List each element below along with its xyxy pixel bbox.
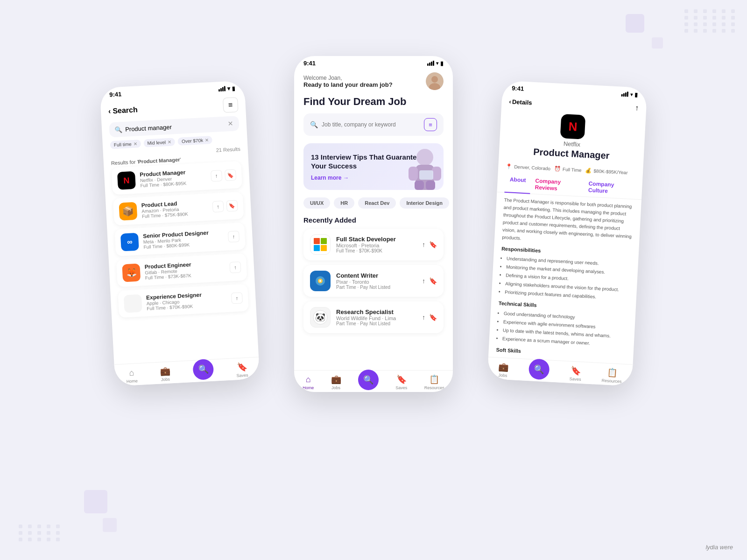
welcome-text-block: Welcome Joan, Ready to land your dream j… bbox=[303, 75, 393, 88]
status-time-right: 9:41 bbox=[512, 84, 524, 92]
share-button[interactable]: ↑ bbox=[422, 241, 425, 248]
company-logo-netflix: N bbox=[117, 171, 136, 190]
share-button[interactable]: ↑ bbox=[422, 314, 425, 321]
search-nav-button[interactable]: 🔍 bbox=[192, 359, 214, 380]
job-title: Content Writer bbox=[336, 272, 416, 279]
money-icon: 💰 bbox=[585, 168, 592, 174]
responsibilities-list: Understanding and representing user need… bbox=[499, 255, 631, 302]
save-button[interactable]: 🔖 bbox=[429, 314, 437, 321]
svg-text:🐼: 🐼 bbox=[315, 312, 326, 322]
tab-culture[interactable]: Company Culture bbox=[583, 177, 635, 200]
list-item[interactable]: 🐼 Research Specialist World Wildlife Fun… bbox=[303, 301, 444, 333]
job-company: Microsoft · Pretoria bbox=[336, 243, 416, 248]
job-actions: ↑ 🔖 bbox=[212, 200, 238, 212]
nav-saves[interactable]: 🔖 Saves bbox=[395, 374, 407, 390]
salary-badge: 💰 $80K-$95K/Year bbox=[585, 168, 628, 176]
search-title: Search bbox=[113, 105, 138, 115]
share-button[interactable]: ↑ bbox=[228, 231, 240, 242]
chevron-left-icon: ‹ bbox=[509, 98, 511, 105]
category-reactdev[interactable]: React Dev bbox=[358, 197, 396, 209]
nav-search[interactable]: 🔍 bbox=[529, 363, 550, 380]
avatar bbox=[426, 72, 444, 90]
job-info: Product Manager Netflix · Denver Full Ti… bbox=[140, 168, 207, 188]
clear-icon[interactable]: ✕ bbox=[227, 120, 233, 128]
category-hr[interactable]: HR bbox=[334, 197, 354, 209]
job-info: Product Engineer Gitlab · Remote Full Ti… bbox=[144, 259, 226, 280]
phones-container: 9:41 ▾ ▮ ‹ Search ≡ 🔍 ✕ bbox=[93, 47, 654, 513]
save-button[interactable]: 🔖 bbox=[429, 277, 437, 285]
signal-icon bbox=[427, 61, 434, 66]
svg-rect-9 bbox=[419, 170, 433, 180]
search-icon: 🔍 bbox=[310, 121, 318, 128]
filter-tag-fulltime[interactable]: Full time ✕ bbox=[110, 140, 141, 149]
nav-search[interactable]: 🔍 bbox=[358, 374, 379, 390]
saves-icon: 🔖 bbox=[237, 362, 247, 372]
card-actions: ↑ 🔖 bbox=[422, 314, 437, 321]
job-info: Senior Product Designer Meta · Menlo Par… bbox=[143, 229, 224, 250]
list-item[interactable]: ∞ Senior Product Designer Meta · Menlo P… bbox=[114, 223, 246, 256]
battery-icon: ▮ bbox=[634, 91, 638, 98]
nav-home[interactable]: ⌂ Home bbox=[126, 368, 138, 384]
nav-resources[interactable]: 📋 Resources bbox=[424, 374, 444, 390]
search-input[interactable] bbox=[125, 120, 225, 133]
list-item[interactable]: 📦 Product Lead Amazon · Pretoria Full Ti… bbox=[113, 192, 244, 225]
center-header: Welcome Joan, Ready to land your dream j… bbox=[294, 69, 453, 92]
remove-tag-icon[interactable]: ✕ bbox=[205, 137, 209, 142]
list-item[interactable]: Full Stack Developer Microsoft · Pretori… bbox=[303, 229, 444, 260]
share-button[interactable]: ↑ bbox=[229, 261, 241, 273]
home-icon: ⌂ bbox=[129, 368, 134, 378]
filter-button[interactable]: ≡ bbox=[223, 97, 239, 113]
list-item[interactable]: 🦊 Product Engineer Gitlab · Remote Full … bbox=[116, 253, 247, 287]
nav-jobs[interactable]: 💼 Jobs bbox=[160, 365, 171, 382]
save-button[interactable]: 🔖 bbox=[429, 241, 437, 248]
filter-tag-salary[interactable]: Over $70k ✕ bbox=[178, 136, 213, 146]
remove-tag-icon[interactable]: ✕ bbox=[168, 140, 172, 145]
category-interior[interactable]: Interior Design bbox=[400, 197, 449, 209]
search-nav-icon: 🔍 bbox=[363, 375, 374, 385]
filter-tag-midlevel[interactable]: Mid level ✕ bbox=[143, 138, 175, 147]
save-button[interactable]: 🔖 bbox=[225, 169, 236, 181]
filter-icon: ≡ bbox=[228, 101, 233, 109]
nav-jobs[interactable]: 💼 Jobs bbox=[331, 374, 341, 390]
list-item[interactable]: Content Writer Pixar · Toronto Part Time… bbox=[303, 265, 444, 297]
status-bar-center: 9:41 ▾ ▮ bbox=[294, 56, 453, 69]
phone-main: 9:41 ▾ ▮ Welcome Joan, Ready to land you… bbox=[294, 56, 453, 392]
svg-rect-5 bbox=[409, 167, 418, 181]
share-button[interactable]: ↑ bbox=[211, 170, 222, 182]
nav-jobs[interactable]: 💼 Jobs bbox=[498, 362, 509, 378]
phone-details: 9:41 ▾ ▮ ‹ Details ↑ N Netflix Product M… bbox=[487, 80, 647, 386]
svg-rect-8 bbox=[426, 181, 435, 190]
tab-reviews[interactable]: Company Reviews bbox=[530, 175, 584, 197]
job-info: Full Stack Developer Microsoft · Pretori… bbox=[336, 236, 416, 253]
company-logo-wwf: 🐼 bbox=[310, 307, 331, 328]
tab-about[interactable]: About bbox=[504, 173, 531, 194]
card-actions: ↑ 🔖 bbox=[422, 241, 437, 248]
nav-resources[interactable]: 📋 Resources bbox=[601, 367, 622, 384]
bottom-nav-center: ⌂ Home 💼 Jobs 🔍 🔖 Saves 📋 Resources bbox=[294, 370, 453, 392]
remove-tag-icon[interactable]: ✕ bbox=[133, 141, 137, 147]
search-nav-button[interactable]: 🔍 bbox=[358, 370, 379, 390]
nav-saves[interactable]: 🔖 Saves bbox=[236, 362, 248, 378]
resources-icon: 📋 bbox=[429, 374, 439, 385]
search-input-main[interactable] bbox=[322, 121, 420, 128]
search-bar-main[interactable]: 🔍 ≡ bbox=[303, 113, 444, 136]
nav-saves[interactable]: 🔖 Saves bbox=[569, 365, 582, 382]
category-uiux[interactable]: UI/UX bbox=[303, 197, 330, 209]
svg-point-3 bbox=[416, 149, 433, 166]
nav-search[interactable]: 🔍 bbox=[193, 364, 214, 380]
share-button[interactable]: ↑ bbox=[422, 277, 425, 285]
share-button[interactable]: ↑ bbox=[212, 201, 224, 212]
nav-home[interactable]: ⌂ Home bbox=[303, 375, 314, 390]
back-button[interactable]: ‹ Details bbox=[509, 98, 532, 106]
job-list: N Product Manager Netflix · Denver Full … bbox=[104, 161, 256, 318]
filter-button-main[interactable]: ≡ bbox=[424, 118, 437, 131]
job-info: Product Lead Amazon · Pretoria Full Time… bbox=[141, 199, 208, 219]
search-nav-button[interactable]: 🔍 bbox=[529, 358, 550, 380]
share-button-detail[interactable]: ↑ bbox=[635, 104, 639, 112]
share-button[interactable]: ↑ bbox=[231, 292, 243, 304]
back-search[interactable]: ‹ Search bbox=[108, 105, 138, 115]
save-button[interactable]: 🔖 bbox=[226, 200, 238, 211]
recently-added-title: Recently Added bbox=[294, 216, 453, 229]
home-icon: ⌂ bbox=[306, 375, 311, 385]
list-item[interactable]: Experience Designer Apple · Chicago Full… bbox=[118, 284, 249, 318]
